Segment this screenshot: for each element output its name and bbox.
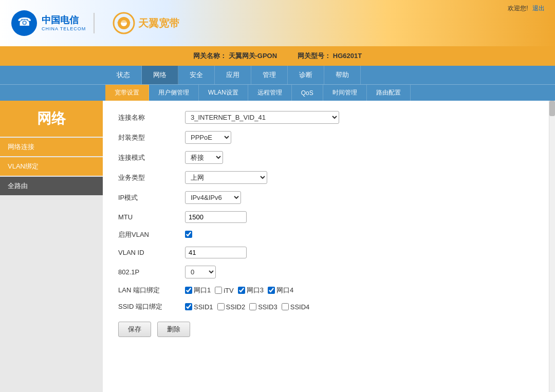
tianyi-text: 天翼宽带 — [138, 16, 179, 30]
form-row-enable-vlan: 启用VLAN — [118, 230, 540, 239]
form-row-connection-name: 连接名称 3_INTERNET_B_VID_41 — [118, 111, 540, 124]
mtu-label: MTU — [118, 213, 185, 221]
ssid-2-label: SSID2 — [226, 303, 246, 311]
ssid-bind-control: SSID1 SSID2 SSID3 SSID4 — [185, 303, 309, 311]
encap-label: 封装类型 — [118, 133, 185, 142]
ssid-3-checkbox[interactable] — [249, 303, 256, 310]
lan-bind-control: 网口1 iTV 网口3 网口4 — [185, 286, 293, 295]
logo-divider — [94, 13, 95, 33]
form-row-mode: 连接模式 桥接 路由 — [118, 151, 540, 164]
lan-port-4: 网口4 — [268, 286, 293, 295]
service-select[interactable]: 上网 IPTV VoIP — [185, 171, 267, 184]
form-row-dot1p: 802.1P 0 1 2 3 4 5 6 7 — [118, 266, 540, 278]
enable-vlan-checkbox[interactable] — [185, 231, 192, 238]
subnav-remote[interactable]: 远程管理 — [248, 85, 292, 101]
nav-app[interactable]: 应用 — [215, 66, 251, 84]
service-control: 上网 IPTV VoIP — [185, 171, 267, 184]
main-content: 连接名称 3_INTERNET_B_VID_41 封装类型 PPPoE IPoE… — [103, 101, 555, 392]
ssid-2: SSID2 — [217, 303, 246, 311]
subnav-wlan[interactable]: WLAN设置 — [199, 85, 248, 101]
lan-port-4-label: 网口4 — [276, 286, 293, 295]
subnav-broadband[interactable]: 宽带设置 — [105, 85, 149, 101]
connection-name-select[interactable]: 3_INTERNET_B_VID_41 — [185, 111, 339, 124]
ssid-bind-label: SSID 端口绑定 — [118, 302, 185, 311]
form-buttons: 保存 删除 — [118, 322, 540, 337]
sidebar: 网络 网络连接 VLAN绑定 全路由 — [0, 101, 103, 392]
lan-port-3: 网口3 — [238, 286, 264, 295]
vlan-id-input[interactable] — [185, 247, 247, 258]
ssid-4-label: SSID4 — [290, 303, 310, 311]
main-nav: 状态 网络 安全 应用 管理 诊断 帮助 — [0, 66, 555, 84]
ssid-4-checkbox[interactable] — [282, 303, 289, 310]
subnav-qos[interactable]: QoS — [292, 85, 323, 101]
page-layout: 网络 网络连接 VLAN绑定 全路由 连接名称 3_INTERNET_B_VID… — [0, 101, 555, 392]
nav-network[interactable]: 网络 — [142, 66, 178, 84]
delete-button[interactable]: 删除 — [157, 322, 190, 337]
ssid-1-checkbox[interactable] — [185, 303, 192, 310]
save-button[interactable]: 保存 — [118, 322, 151, 337]
nav-help[interactable]: 帮助 — [324, 66, 361, 84]
ip-mode-control: IPv4 IPv6 IPv4&IPv6 — [185, 191, 241, 204]
logout-link[interactable]: 退出 — [532, 5, 545, 12]
enable-vlan-label: 启用VLAN — [118, 230, 185, 239]
gateway-name-display: 网关名称： 天翼网关-GPON — [193, 51, 277, 61]
brand-cn: 中国电信 — [42, 15, 86, 26]
subnav-time[interactable]: 时间管理 — [323, 85, 367, 101]
page-title: 网络 — [0, 101, 103, 137]
brand-en: CHINA TELECOM — [42, 26, 86, 31]
encap-control: PPPoE IPoE Bridge — [185, 131, 231, 144]
vlan-id-label: VLAN ID — [118, 249, 185, 256]
ssid-1: SSID1 — [185, 303, 213, 311]
sub-nav: 宽带设置 用户侧管理 WLAN设置 远程管理 QoS 时间管理 路由配置 — [0, 84, 555, 101]
tianyi-logo: 天翼宽带 — [113, 12, 179, 35]
ssid-1-label: SSID1 — [194, 303, 213, 311]
mtu-input[interactable] — [185, 211, 247, 223]
subnav-route[interactable]: 路由配置 — [367, 85, 411, 101]
sidebar-item-network-connection[interactable]: 网络连接 — [0, 138, 103, 156]
form-row-ip-mode: IP模式 IPv4 IPv6 IPv4&IPv6 — [118, 191, 540, 204]
form-row-lan-bind: LAN 端口绑定 网口1 iTV 网口3 网口4 — [118, 286, 540, 295]
form-row-mtu: MTU — [118, 211, 540, 223]
enable-vlan-control — [185, 231, 192, 239]
nav-manage[interactable]: 管理 — [251, 66, 288, 84]
ip-mode-select[interactable]: IPv4 IPv6 IPv4&IPv6 — [185, 191, 241, 204]
lan-port-3-label: 网口3 — [247, 286, 264, 295]
nav-security[interactable]: 安全 — [178, 66, 215, 84]
ssid-3-label: SSID3 — [258, 303, 278, 311]
lan-port-1-label: 网口1 — [194, 286, 211, 295]
china-telecom-logo: ☎ 中国电信 CHINA TELECOM — [10, 9, 86, 38]
dot1p-label: 802.1P — [118, 268, 185, 276]
connection-name-label: 连接名称 — [118, 113, 185, 122]
scrollbar-thumb[interactable] — [549, 101, 555, 116]
tianyi-icon — [113, 12, 136, 35]
form-row-service: 业务类型 上网 IPTV VoIP — [118, 171, 540, 184]
scrollbar-track[interactable] — [549, 101, 555, 392]
subnav-user[interactable]: 用户侧管理 — [149, 85, 199, 101]
dot1p-select[interactable]: 0 1 2 3 4 5 6 7 — [185, 266, 216, 278]
form-row-encap: 封装类型 PPPoE IPoE Bridge — [118, 131, 540, 144]
lan-port-1-checkbox[interactable] — [185, 287, 192, 294]
header-user-area: 欢迎您! 退出 — [508, 4, 545, 13]
lan-port-1: 网口1 — [185, 286, 211, 295]
form-row-vlan-id: VLAN ID — [118, 247, 540, 258]
nav-diagnose[interactable]: 诊断 — [288, 66, 324, 84]
ssid-3: SSID3 — [249, 303, 278, 311]
lan-port-4-checkbox[interactable] — [268, 287, 275, 294]
nav-status[interactable]: 状态 — [105, 66, 142, 84]
vlan-id-control — [185, 247, 247, 258]
gateway-type-display: 网关型号： HG6201T — [298, 51, 362, 61]
mtu-control — [185, 211, 247, 223]
welcome-text: 欢迎您! — [508, 5, 528, 12]
mode-control: 桥接 路由 — [185, 151, 223, 164]
mode-label: 连接模式 — [118, 153, 185, 162]
encap-select[interactable]: PPPoE IPoE Bridge — [185, 131, 231, 144]
dot1p-control: 0 1 2 3 4 5 6 7 — [185, 266, 216, 278]
sidebar-item-fullroute[interactable]: 全路由 — [0, 177, 103, 195]
lan-port-itv-checkbox[interactable] — [215, 287, 222, 294]
sidebar-item-vlan[interactable]: VLAN绑定 — [0, 157, 103, 176]
lan-port-3-checkbox[interactable] — [238, 287, 245, 294]
lan-bind-label: LAN 端口绑定 — [118, 286, 185, 295]
mode-select[interactable]: 桥接 路由 — [185, 151, 223, 164]
lan-port-itv-label: iTV — [224, 287, 234, 294]
ssid-2-checkbox[interactable] — [217, 303, 225, 310]
